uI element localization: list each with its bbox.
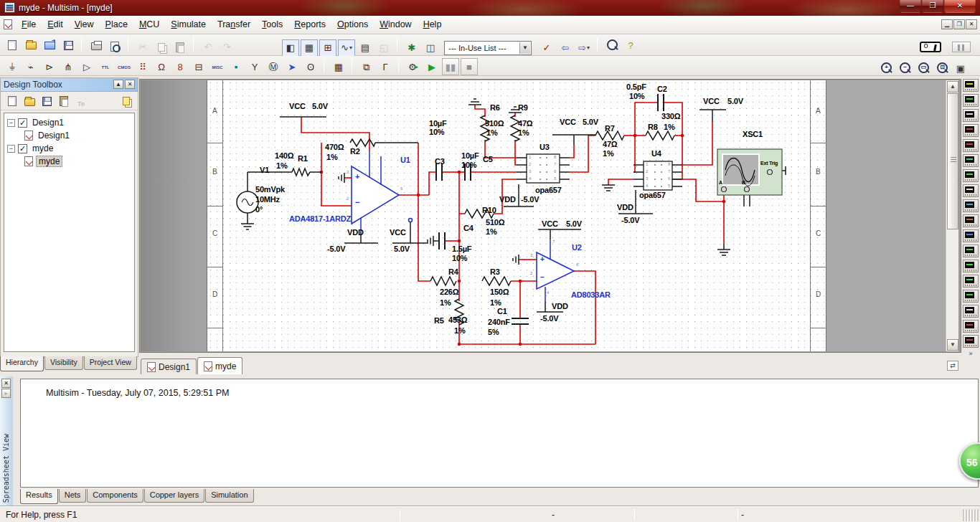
toolbox-open-button[interactable] xyxy=(22,95,37,110)
spreadsheet-close-icon[interactable]: ✕ xyxy=(1,379,11,388)
spreadsheet-tab-results[interactable]: Results xyxy=(20,489,58,504)
mdi-restore-button[interactable]: ❐ xyxy=(953,19,965,29)
stop-button[interactable]: ■ xyxy=(461,58,478,75)
paste-button[interactable] xyxy=(171,39,189,56)
redo-button[interactable]: ↷ xyxy=(218,39,235,56)
menu-file[interactable]: File xyxy=(16,16,42,32)
mdi-minimize-button[interactable]: ▁ xyxy=(941,19,953,29)
expander-icon[interactable]: − xyxy=(7,119,15,127)
zoom-fit-button[interactable] xyxy=(933,60,951,77)
canvas-vertical-scrollbar[interactable]: ▲ ▼ xyxy=(946,80,958,351)
toolbox-close-icon[interactable]: ✕ xyxy=(125,80,135,89)
save-button[interactable] xyxy=(60,37,77,54)
grapher-button[interactable]: ∿▾ xyxy=(338,39,355,57)
sheet-tab-myde[interactable]: myde xyxy=(197,357,242,374)
place-connector-button[interactable]: ʘ xyxy=(302,59,319,76)
place-misc-button[interactable]: MISC xyxy=(209,59,226,76)
checkbox-icon[interactable]: ✓ xyxy=(18,144,27,153)
undo-button[interactable]: ↶ xyxy=(199,39,217,56)
tree-sheet-design1[interactable]: Design1 xyxy=(6,129,133,142)
distortion-analyzer-icon[interactable] xyxy=(963,245,979,257)
tektronix-oscilloscope-icon[interactable] xyxy=(963,335,979,348)
menu-mcu[interactable]: MCU xyxy=(133,16,165,32)
spice-netlist-toggle[interactable]: ⊞ xyxy=(319,39,336,57)
menu-help[interactable]: Help xyxy=(418,16,448,32)
component-wizard-button[interactable]: ✱ xyxy=(403,39,420,57)
agilent-function-generator-icon[interactable] xyxy=(963,290,979,303)
agilent-oscilloscope-icon[interactable] xyxy=(963,320,979,333)
menu-reports[interactable]: Reports xyxy=(288,16,331,32)
scrollbar-thumb[interactable] xyxy=(947,93,958,229)
logic-converter-icon[interactable] xyxy=(963,214,979,227)
function-generator-icon[interactable] xyxy=(963,94,979,107)
spreadsheet-tab-copper-layers[interactable]: Copper layers xyxy=(144,489,204,503)
database-manager-button[interactable]: ◫ xyxy=(422,39,439,57)
postprocessor-button[interactable]: ▤ xyxy=(357,39,374,57)
simulation-settings-button[interactable]: ⚙▸ xyxy=(405,58,422,75)
place-advanced-peripherals-button[interactable]: ▪ xyxy=(227,59,245,76)
oscilloscope-icon[interactable] xyxy=(963,124,979,137)
pause-button[interactable]: ▮▮ xyxy=(442,58,459,75)
open-sample-button[interactable] xyxy=(41,37,58,54)
help-button[interactable]: ? xyxy=(622,37,639,54)
design-toolbox-toggle[interactable]: ◧ xyxy=(282,39,299,57)
new-button[interactable] xyxy=(4,37,21,54)
place-source-button[interactable]: ⏚ xyxy=(4,59,21,76)
simulation-pause-button[interactable] xyxy=(949,38,974,55)
copy-button[interactable] xyxy=(153,39,170,56)
logic-analyzer-icon[interactable] xyxy=(963,199,979,212)
menu-view[interactable]: View xyxy=(69,16,100,32)
spreadsheet-tab-simulation[interactable]: Simulation xyxy=(205,489,253,503)
toolbox-collapse-icon[interactable]: ▲ xyxy=(113,80,123,89)
zoom-in-button[interactable] xyxy=(877,60,895,77)
toolbox-new-button[interactable] xyxy=(4,94,20,108)
menu-options[interactable]: Options xyxy=(331,16,374,32)
in-use-list-dropdown[interactable]: --- In-Use List ---▼ xyxy=(444,41,532,55)
schematic-canvas[interactable]: ABCD ABCD xyxy=(141,80,946,351)
place-power-button[interactable]: ⊟ xyxy=(190,59,207,76)
back-annotate-button[interactable]: ⇦ xyxy=(557,39,574,57)
spectrum-analyzer-icon[interactable] xyxy=(963,260,979,272)
network-analyzer-icon[interactable] xyxy=(963,275,979,288)
bus-button[interactable]: Γ xyxy=(377,59,394,76)
spreadsheet-expand-icon[interactable]: ▸ xyxy=(1,389,11,398)
tree-node-myde[interactable]: −✓myde xyxy=(6,142,133,155)
forward-annotate-button[interactable]: ⇨▾ xyxy=(575,39,593,57)
toolbox-tab-hierarchy[interactable]: Hierarchy xyxy=(0,356,44,371)
more-toolbar-buttons-icon[interactable]: » xyxy=(963,350,979,357)
run-button[interactable]: ▶ xyxy=(423,58,440,75)
expander-icon[interactable]: − xyxy=(7,145,15,153)
place-rf-button[interactable]: Y xyxy=(246,59,263,76)
hierarchical-block-button[interactable]: ⧉ xyxy=(358,59,375,76)
multimeter-icon[interactable] xyxy=(963,79,979,92)
find-button[interactable] xyxy=(603,37,621,54)
wattmeter-icon[interactable] xyxy=(963,109,979,122)
cut-button[interactable]: ✂ xyxy=(134,39,151,56)
spreadsheet-tab-nets[interactable]: Nets xyxy=(59,489,87,503)
place-cmos-button[interactable]: CMOS xyxy=(116,59,133,76)
toolbox-tab-project-view[interactable]: Project View xyxy=(84,356,137,370)
place-ttl-button[interactable]: TTL xyxy=(97,59,114,76)
iv-analyzer-icon[interactable] xyxy=(963,229,979,242)
bode-plotter-icon[interactable] xyxy=(963,154,979,167)
menu-window[interactable]: Window xyxy=(374,16,417,32)
menu-simulate[interactable]: Simulate xyxy=(165,16,212,32)
open-button[interactable] xyxy=(22,37,39,54)
toolbox-close-button[interactable] xyxy=(56,94,72,108)
simulation-switch[interactable] xyxy=(916,38,945,55)
menu-transfer[interactable]: Transfer xyxy=(212,16,256,32)
place-basic-button[interactable]: ⌁ xyxy=(22,59,39,76)
scroll-up-icon[interactable]: ▲ xyxy=(947,81,958,92)
place-mixed-button[interactable]: Ω xyxy=(153,59,170,76)
mdi-close-button[interactable]: ✕ xyxy=(966,19,977,29)
restore-button[interactable]: ❐ xyxy=(922,0,943,13)
word-generator-icon[interactable] xyxy=(963,184,979,197)
resize-grip[interactable] xyxy=(963,509,979,521)
place-diode-button[interactable]: ⊳ xyxy=(41,59,58,76)
toolbox-tab-visibility[interactable]: Visibility xyxy=(44,356,83,370)
place-mcu-button[interactable]: ▦ xyxy=(330,58,347,75)
toolbox-rename-button[interactable]: Te xyxy=(73,97,89,111)
scroll-down-icon[interactable]: ▼ xyxy=(947,339,958,351)
spreadsheet-tab-components[interactable]: Components xyxy=(87,489,143,503)
print-preview-button[interactable] xyxy=(106,38,123,55)
